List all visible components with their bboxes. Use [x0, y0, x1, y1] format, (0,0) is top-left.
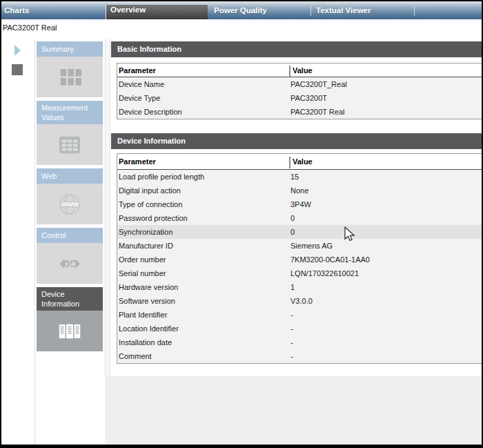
- svg-text:O: O: [71, 260, 75, 266]
- svg-text:I: I: [66, 260, 67, 266]
- svg-text:WWW: WWW: [61, 199, 79, 207]
